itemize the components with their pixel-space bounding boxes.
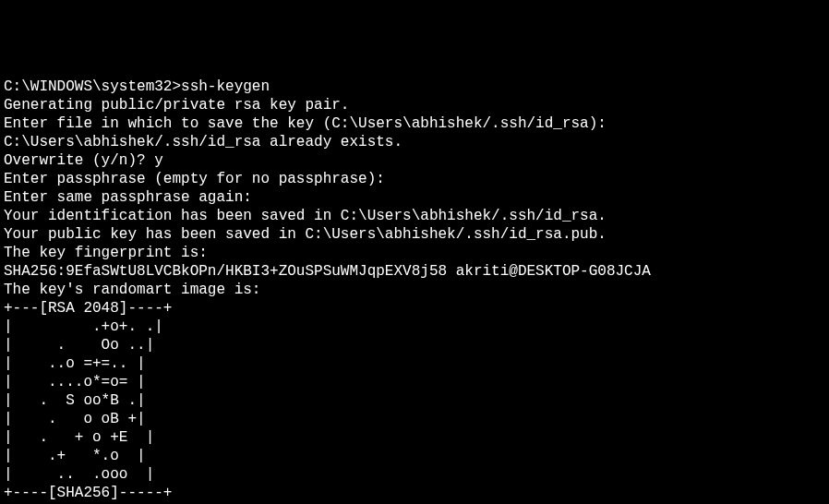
terminal-line: Overwrite (y/n)? y — [4, 151, 825, 170]
terminal-line: Generating public/private rsa key pair. — [4, 96, 825, 114]
terminal-line: | . o oB +| — [4, 410, 825, 428]
terminal-line: | ..o =+=.. | — [4, 354, 825, 373]
terminal-line: Enter passphrase (empty for no passphras… — [4, 170, 825, 188]
terminal-line: C:\WINDOWS\system32>ssh-keygen — [4, 78, 825, 96]
terminal-line: | ....o*=o= | — [4, 373, 825, 391]
terminal-line: | . + o +E | — [4, 428, 825, 447]
terminal-line: Your identification has been saved in C:… — [4, 207, 825, 225]
terminal-output: C:\WINDOWS\system32>ssh-keygenGenerating… — [4, 78, 825, 504]
terminal-line: +----[SHA256]-----+ — [4, 484, 825, 502]
terminal-line: | .. .ooo | — [4, 465, 825, 484]
terminal-line: | .+ *.o | — [4, 447, 825, 465]
terminal-line: +---[RSA 2048]----+ — [4, 299, 825, 318]
terminal-line: | . S oo*B .| — [4, 391, 825, 410]
terminal-line: Enter file in which to save the key (C:\… — [4, 114, 825, 133]
terminal-line: Enter same passphrase again: — [4, 188, 825, 207]
terminal-line: The key's randomart image is: — [4, 281, 825, 299]
terminal-line: | .+o+. .| — [4, 318, 825, 336]
terminal-line: Your public key has been saved in C:\Use… — [4, 225, 825, 244]
terminal-line: SHA256:9EfaSWtU8LVCBkOPn/HKBI3+ZOuSPSuWM… — [4, 262, 825, 281]
terminal-line: | . Oo ..| — [4, 336, 825, 354]
terminal-line: C:\Users\abhishek/.ssh/id_rsa already ex… — [4, 133, 825, 151]
terminal-line: The key fingerprint is: — [4, 244, 825, 262]
